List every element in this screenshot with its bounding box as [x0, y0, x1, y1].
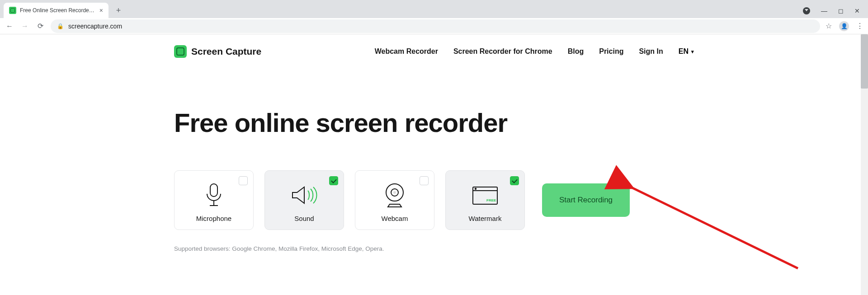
watermark-icon: FREE — [472, 182, 498, 208]
nav-chrome-recorder[interactable]: Screen Recorder for Chrome — [453, 47, 552, 56]
option-watermark[interactable]: FREE Watermark — [445, 170, 525, 230]
option-label: Webcam — [382, 215, 408, 222]
option-sound[interactable]: Sound — [264, 170, 344, 230]
option-webcam[interactable]: Webcam — [355, 170, 434, 230]
start-recording-button[interactable]: Start Recording — [542, 183, 630, 217]
browser-toolbar: ← → ⟳ 🔒 screencapture.com ☆ 👤 ⋮ — [0, 18, 868, 34]
profile-avatar-icon[interactable]: 👤 — [839, 21, 849, 31]
new-tab-button[interactable]: + — [112, 4, 125, 17]
webcam-icon — [383, 182, 406, 208]
svg-point-8 — [475, 188, 476, 190]
supported-browsers-text: Supported browsers: Google Chrome, Mozil… — [174, 245, 694, 252]
minimize-icon[interactable]: — — [821, 7, 827, 14]
option-label: Watermark — [469, 215, 502, 222]
logo-icon — [174, 45, 187, 58]
recording-options: Microphone Sound — [174, 170, 694, 230]
page-title: Free online screen recorder — [174, 108, 694, 138]
checkbox-sound[interactable] — [329, 176, 338, 185]
kebab-menu-icon[interactable]: ⋮ — [856, 22, 863, 30]
lock-icon: 🔒 — [57, 23, 64, 29]
browser-tab[interactable]: Free Online Screen Recorder | Fre × — [4, 3, 108, 18]
option-label: Microphone — [196, 215, 231, 222]
brand-logo[interactable]: Screen Capture — [174, 45, 261, 58]
address-bar[interactable]: 🔒 screencapture.com — [51, 19, 820, 33]
svg-text:FREE: FREE — [486, 198, 496, 202]
sound-icon — [291, 182, 318, 208]
primary-nav: Webcam Recorder Screen Recorder for Chro… — [375, 47, 694, 56]
svg-point-5 — [393, 191, 396, 194]
checkbox-watermark[interactable] — [510, 176, 519, 185]
nav-blog[interactable]: Blog — [568, 47, 584, 56]
chevron-down-icon: ▾ — [691, 49, 694, 55]
maximize-icon[interactable]: ◻ — [838, 7, 844, 14]
nav-pricing[interactable]: Pricing — [599, 47, 623, 56]
nav-webcam-recorder[interactable]: Webcam Recorder — [375, 47, 438, 56]
tab-close-icon[interactable]: × — [99, 7, 103, 14]
language-label: EN — [679, 47, 689, 56]
favicon-icon — [9, 7, 16, 14]
extension-icon[interactable] — [803, 7, 810, 14]
option-microphone[interactable]: Microphone — [174, 170, 254, 230]
language-selector[interactable]: EN ▾ — [679, 47, 694, 56]
nav-signin[interactable]: Sign In — [639, 47, 663, 56]
reload-icon[interactable]: ⟳ — [35, 22, 45, 30]
url-text: screencapture.com — [68, 23, 122, 30]
window-controls: — ◻ ✕ — [803, 7, 868, 18]
brand-name: Screen Capture — [191, 46, 261, 57]
back-icon[interactable]: ← — [5, 22, 14, 30]
microphone-icon — [204, 182, 223, 208]
bookmark-star-icon[interactable]: ☆ — [826, 22, 832, 30]
svg-rect-0 — [210, 184, 217, 197]
browser-tab-strip: Free Online Screen Recorder | Fre × + — … — [0, 0, 868, 18]
tab-title: Free Online Screen Recorder | Fre — [20, 7, 96, 14]
option-label: Sound — [294, 215, 314, 222]
site-header: Screen Capture Webcam Recorder Screen Re… — [174, 37, 694, 66]
forward-icon: → — [20, 22, 30, 30]
checkbox-microphone[interactable] — [239, 176, 248, 185]
close-window-icon[interactable]: ✕ — [854, 7, 860, 14]
checkbox-webcam[interactable] — [420, 176, 429, 185]
